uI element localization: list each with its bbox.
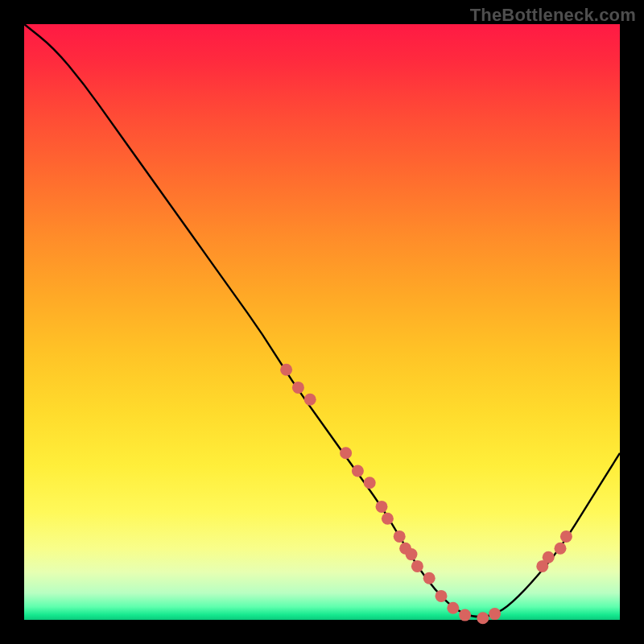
data-point [489,608,501,620]
data-point [394,530,406,543]
data-point [560,530,572,543]
chart-container: TheBottleneck.com [0,0,644,644]
data-point [543,551,555,564]
data-point [292,382,304,394]
data-point [423,572,436,584]
data-point [459,609,471,621]
watermark-text: TheBottleneck.com [470,5,636,26]
data-point [280,364,292,376]
data-point [382,513,394,525]
data-point [352,465,364,477]
data-point [406,548,418,560]
data-point [411,560,423,572]
data-point [376,501,388,513]
data-point [436,590,448,602]
data-point [304,394,316,406]
data-point [364,477,376,489]
data-point [477,612,489,624]
data-point [447,602,459,614]
bottleneck-chart [0,0,644,644]
data-point [555,543,567,555]
data-point [340,447,352,459]
gradient-background [24,24,620,620]
